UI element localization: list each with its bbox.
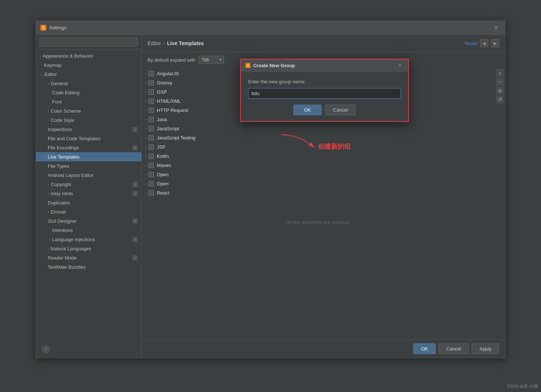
sidebar-item-reader-mode[interactable]: Reader Mode ▪ xyxy=(36,253,141,262)
sidebar-item-label: Reader Mode xyxy=(48,255,77,261)
template-group-javascript-testing[interactable]: › ✓ JavaScript Testing xyxy=(142,133,493,142)
chevron-right-icon: › xyxy=(145,154,146,158)
group-name: Open xyxy=(157,172,168,177)
group-checkbox[interactable]: ✓ xyxy=(149,144,154,149)
group-checkbox[interactable]: ✓ xyxy=(149,163,154,168)
group-checkbox[interactable]: ✓ xyxy=(149,71,154,76)
sidebar-item-file-types[interactable]: File Types xyxy=(36,161,141,171)
group-checkbox[interactable]: ✓ xyxy=(149,181,154,186)
sidebar-item-label: Copyright xyxy=(51,182,71,187)
back-button[interactable]: ◀ xyxy=(480,39,488,47)
sidebar-item-label: General xyxy=(51,81,68,86)
template-group-kotlin[interactable]: › ✓ Kotlin xyxy=(142,152,493,161)
group-name: JSP xyxy=(157,144,166,150)
sidebar-item-keymap[interactable]: Keymap xyxy=(36,61,141,70)
group-name: Groovy xyxy=(157,80,172,86)
sidebar-item-intentions[interactable]: Intentions xyxy=(36,226,141,235)
copy-group-button[interactable]: ⊞ xyxy=(496,87,504,95)
ok-button[interactable]: OK xyxy=(413,344,436,354)
content-header: Editor › Live Templates Reset ◀ ▶ xyxy=(142,35,505,52)
sidebar-item-color-scheme[interactable]: › Color Scheme xyxy=(36,106,141,116)
template-group-javascript[interactable]: › ✓ JavaScript xyxy=(142,124,493,133)
sidebar-item-textmate-bundles[interactable]: TextMate Bundles xyxy=(36,262,141,272)
reset-button[interactable]: Reset xyxy=(465,40,477,46)
sidebar-item-duplicates[interactable]: Duplicates xyxy=(36,198,141,207)
breadcrumb-parent: Editor xyxy=(148,40,161,46)
group-checkbox[interactable]: ✓ xyxy=(149,126,154,131)
group-checkbox[interactable]: ✓ xyxy=(149,98,154,104)
sidebar-item-label: Intentions xyxy=(52,228,73,233)
chevron-right-icon: › xyxy=(145,72,146,76)
sidebar-item-android-layout-editor[interactable]: Android Layout Editor xyxy=(36,171,141,180)
sidebar-item-gui-designer[interactable]: GUI Designer ▪ xyxy=(36,217,141,226)
undo-button[interactable]: ↺ xyxy=(496,95,504,104)
sidebar-item-label: Live Templates xyxy=(48,154,79,160)
sidebar-nav: › Appearance & Behavior Keymap ⌄ Editor … xyxy=(36,50,141,358)
group-checkbox[interactable]: ✓ xyxy=(149,117,154,122)
no-selection-text: No live templates are selected xyxy=(142,212,493,232)
dialog-ok-button[interactable]: OK xyxy=(294,105,322,115)
sidebar-item-inlay-hints[interactable]: › Inlay Hints ▪ xyxy=(36,189,141,198)
sidebar-item-inspections[interactable]: Inspections ▪ xyxy=(36,125,141,134)
dialog-cancel-button[interactable]: Cancel xyxy=(325,105,355,115)
group-name: Java xyxy=(157,117,167,122)
sidebar-item-code-style[interactable]: › Code Style xyxy=(36,116,141,125)
dialog-title: Create New Group xyxy=(253,63,396,68)
sidebar-item-code-editing[interactable]: Code Editing xyxy=(36,88,141,97)
group-checkbox[interactable]: ✓ xyxy=(149,135,154,140)
dialog-title-bar: S Create New Group ✕ xyxy=(241,59,408,72)
sidebar-item-natural-languages[interactable]: › Natural Languages xyxy=(36,244,141,253)
sidebar: › Appearance & Behavior Keymap ⌄ Editor … xyxy=(36,35,142,358)
sidebar-item-file-code-templates[interactable]: File and Code Templates xyxy=(36,134,141,143)
dialog-buttons: OK Cancel xyxy=(248,105,401,115)
group-checkbox[interactable]: ✓ xyxy=(149,153,154,159)
group-checkbox[interactable]: ✓ xyxy=(149,80,154,85)
close-icon[interactable]: ✕ xyxy=(491,23,501,32)
forward-button[interactable]: ▶ xyxy=(491,39,499,47)
chevron-right-icon: › xyxy=(48,210,49,214)
group-checkbox[interactable]: ✓ xyxy=(149,89,154,94)
template-group-react[interactable]: › ✓ React xyxy=(142,188,493,197)
group-name: AngularJS xyxy=(157,71,179,76)
sidebar-item-live-templates[interactable]: Live Templates xyxy=(36,152,141,161)
template-group-jsp[interactable]: › ✓ JSP xyxy=(142,142,493,152)
sidebar-item-label: Editor xyxy=(44,72,57,77)
sidebar-item-label: Inspections xyxy=(48,127,72,132)
sidebar-item-emmet[interactable]: › Emmet xyxy=(36,207,141,217)
sidebar-item-label: Language Injections xyxy=(52,237,95,242)
chevron-right-icon: › xyxy=(145,81,146,85)
group-name-input[interactable] xyxy=(248,88,401,99)
apply-button[interactable]: Apply xyxy=(472,344,499,354)
sidebar-item-font[interactable]: Font xyxy=(36,97,141,106)
sidebar-item-copyright[interactable]: › Copyright ▪ xyxy=(36,180,141,189)
dialog-close-icon[interactable]: ✕ xyxy=(396,62,404,68)
group-checkbox[interactable]: ✓ xyxy=(149,172,154,177)
group-checkbox[interactable]: ✓ xyxy=(149,108,154,113)
search-input[interactable] xyxy=(40,38,138,47)
help-button[interactable]: ? xyxy=(42,345,50,353)
template-group-open2[interactable]: › ✓ Open xyxy=(142,179,493,188)
cancel-button[interactable]: Cancel xyxy=(439,344,469,354)
chevron-right-icon: › xyxy=(145,117,146,121)
add-group-button[interactable]: + xyxy=(496,69,504,77)
template-group-maven[interactable]: › ✓ Maven xyxy=(142,161,493,170)
expand-label: By default expand with xyxy=(148,57,196,62)
sidebar-item-appearance[interactable]: › Appearance & Behavior xyxy=(36,51,141,61)
sidebar-item-editor[interactable]: ⌄ Editor xyxy=(36,70,141,79)
sidebar-item-label: Emmet xyxy=(51,209,66,215)
sidebar-item-label: Font xyxy=(52,99,62,105)
sidebar-item-language-injections[interactable]: › Language Injections ▪ xyxy=(36,235,141,244)
sidebar-item-file-encodings[interactable]: File Encodings ▪ xyxy=(36,143,141,152)
expand-select[interactable]: Tab Enter Space xyxy=(199,56,224,64)
sidebar-item-general[interactable]: › General xyxy=(36,79,141,88)
badge-icon: ▪ xyxy=(132,255,138,260)
remove-group-button[interactable]: − xyxy=(496,78,504,86)
group-checkbox[interactable]: ✓ xyxy=(149,190,154,195)
dialog-icon: S xyxy=(245,63,250,68)
group-name: HTML/XML xyxy=(157,98,181,104)
sidebar-item-label: Android Layout Editor xyxy=(48,173,94,178)
app-icon: S xyxy=(40,25,46,30)
template-group-open1[interactable]: › ✓ Open xyxy=(142,170,493,179)
create-new-group-dialog: S Create New Group ✕ Enter the new group… xyxy=(240,59,409,122)
chevron-right-icon: › xyxy=(145,173,146,177)
